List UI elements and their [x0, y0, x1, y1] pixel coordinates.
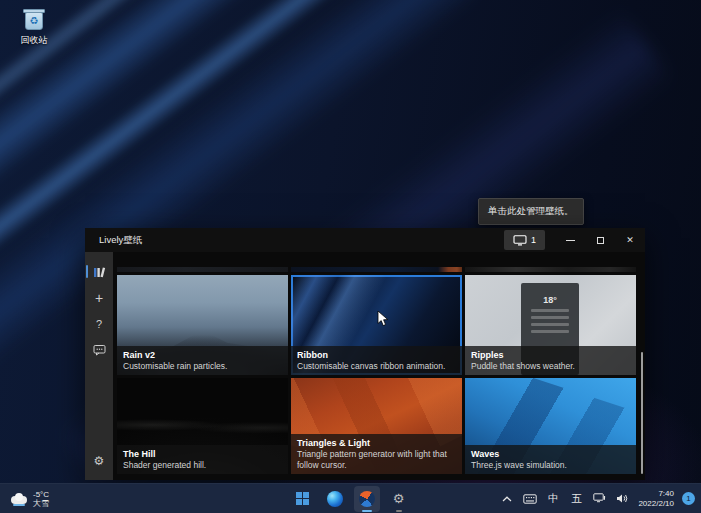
display-count: 1 — [531, 235, 536, 245]
chevron-up-icon — [502, 496, 512, 502]
edge-icon — [327, 491, 343, 507]
tile-ribbon[interactable]: Ribbon Customisable canvas ribbon animat… — [291, 275, 462, 375]
sidebar-item-feedback[interactable] — [85, 338, 113, 362]
monitor-icon — [513, 235, 527, 246]
settings-taskbar-button[interactable]: ⚙ — [386, 486, 412, 512]
volume-tray-button[interactable] — [612, 486, 632, 512]
recycle-bin-shortcut[interactable]: ♻ 回收站 — [8, 6, 60, 47]
clock-date: 2022/2/10 — [638, 499, 674, 509]
sidebar: + ? ⚙ — [85, 252, 113, 480]
lively-window: Lively壁纸 1 ✕ + ? — [85, 228, 645, 480]
wallpaper-gallery: Rain v2 Customisable rain particles. Rib… — [113, 252, 645, 480]
ethernet-icon — [593, 493, 606, 504]
tile-subtitle: Customisable canvas ribbon animation. — [297, 361, 456, 372]
titlebar[interactable]: Lively壁纸 1 ✕ — [85, 228, 645, 252]
ripples-temp: 18° — [521, 295, 579, 305]
tile-title: Waves — [471, 448, 630, 460]
help-icon: ? — [96, 318, 102, 330]
network-tray-button[interactable] — [589, 486, 609, 512]
plus-icon: + — [95, 290, 103, 306]
close-button[interactable]: ✕ — [615, 228, 645, 252]
windows-logo-icon — [296, 492, 310, 506]
sidebar-item-help[interactable]: ? — [85, 312, 113, 336]
sidebar-item-settings[interactable]: ⚙ — [85, 450, 113, 472]
mouse-cursor — [377, 311, 389, 327]
weather-temp: -5°C — [33, 490, 49, 499]
lively-taskbar-button[interactable] — [354, 486, 380, 512]
tile-title: The Hill — [123, 448, 282, 460]
tile-waves[interactable]: Waves Three.js wave simulation. — [465, 378, 636, 474]
partial-tile[interactable] — [291, 267, 462, 272]
tile-subtitle: Puddle that shows weather. — [471, 361, 630, 372]
partial-row-above — [117, 267, 645, 272]
lively-icon — [359, 491, 375, 507]
recycle-bin-icon: ♻ — [23, 6, 45, 32]
tray-overflow-chevron[interactable] — [497, 486, 517, 512]
recycle-bin-label: 回收站 — [8, 34, 60, 47]
tile-title: Ripples — [471, 349, 630, 361]
clock-time: 7:40 — [638, 489, 674, 499]
keyboard-icon — [523, 494, 537, 504]
sidebar-item-add-wallpaper[interactable]: + — [85, 286, 113, 310]
tile-subtitle: Customisable rain particles. — [123, 361, 282, 372]
window-title: Lively壁纸 — [85, 234, 504, 247]
ime-layout-indicator[interactable]: 五 — [566, 486, 586, 512]
partial-tile[interactable] — [465, 267, 636, 272]
maximize-button[interactable] — [585, 228, 615, 252]
tile-title: Ribbon — [297, 349, 456, 361]
tile-the-hill[interactable]: The Hill Shader generated hill. — [117, 378, 288, 474]
notification-count-badge[interactable]: 1 — [682, 492, 695, 505]
speaker-icon — [616, 493, 629, 504]
tile-rain-v2[interactable]: Rain v2 Customisable rain particles. — [117, 275, 288, 375]
tile-ripples[interactable]: 18° Ripples Puddle that shows weather. — [465, 275, 636, 375]
weather-condition: 大雪 — [33, 499, 49, 508]
minimize-button[interactable] — [555, 228, 585, 252]
gear-icon: ⚙ — [94, 454, 105, 468]
tile-subtitle: Shader generated hill. — [123, 460, 282, 471]
library-icon — [93, 266, 106, 279]
edge-taskbar-button[interactable] — [322, 486, 348, 512]
taskbar-clock[interactable]: 7:40 2022/2/10 — [635, 489, 677, 508]
tile-triangles-light[interactable]: Triangles & Light Triangle pattern gener… — [291, 378, 462, 474]
sidebar-item-library[interactable] — [85, 260, 113, 284]
tray-tooltip: 单击此处管理壁纸。 — [478, 198, 584, 225]
tile-subtitle: Three.js wave simulation. — [471, 460, 630, 471]
gallery-scrollbar[interactable] — [641, 352, 643, 474]
start-button[interactable] — [290, 486, 316, 512]
display-select-button[interactable]: 1 — [504, 230, 545, 250]
tile-title: Rain v2 — [123, 349, 282, 361]
taskbar-weather-widget[interactable]: -5°C 大雪 — [0, 484, 59, 513]
ime-mode-indicator[interactable]: 中 — [543, 486, 563, 512]
weather-cloud-icon — [10, 493, 28, 505]
tile-title: Triangles & Light — [297, 437, 456, 449]
gear-icon: ⚙ — [393, 491, 405, 506]
feedback-icon — [93, 344, 106, 356]
wallpaper-beam — [0, 0, 471, 198]
system-tray: 中 五 7:40 2022/2/10 1 — [497, 484, 701, 513]
touch-keyboard-button[interactable] — [520, 486, 540, 512]
tile-grid: Rain v2 Customisable rain particles. Rib… — [117, 275, 636, 474]
taskbar-center-icons: ⚙ — [290, 484, 412, 513]
tile-subtitle: Triangle pattern generator with light th… — [297, 449, 456, 470]
taskbar: -5°C 大雪 ⚙ 中 — [0, 483, 701, 513]
wallpaper-beam — [0, 0, 428, 262]
partial-tile[interactable] — [117, 267, 288, 272]
